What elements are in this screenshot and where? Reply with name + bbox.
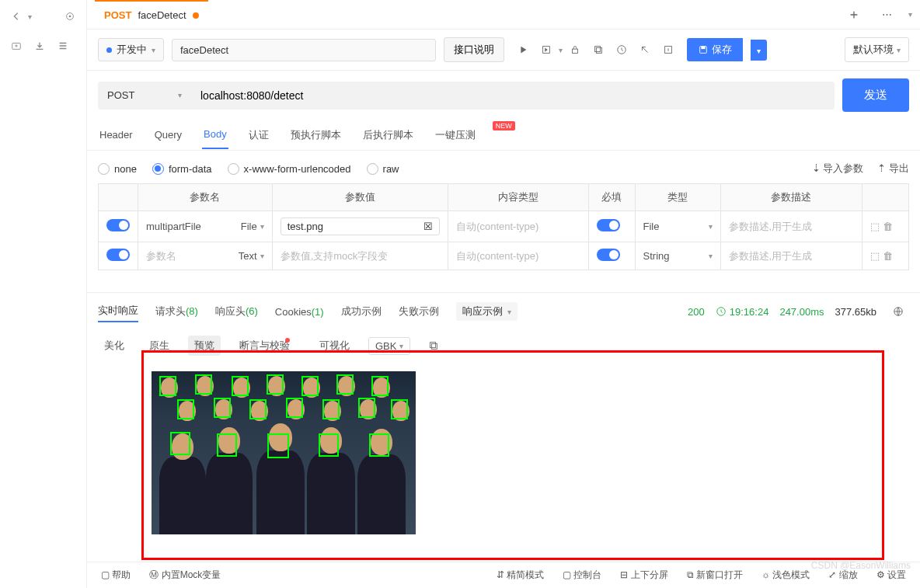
example-select[interactable]: 响应示例▾ bbox=[456, 302, 518, 321]
rail-dropdown[interactable]: ▾ bbox=[28, 12, 32, 21]
status-dot-icon bbox=[106, 47, 112, 53]
col-value: 参数值 bbox=[272, 184, 448, 211]
tab-query[interactable]: Query bbox=[153, 121, 183, 148]
svg-rect-4 bbox=[573, 49, 578, 53]
back-icon[interactable] bbox=[11, 11, 22, 22]
compact-button[interactable]: ⇵ 精简模式 bbox=[497, 569, 544, 582]
import-params-button[interactable]: ⇣ 导入参数 bbox=[812, 162, 864, 176]
svg-point-1 bbox=[69, 16, 71, 18]
radio-formdata[interactable]: form-data bbox=[152, 163, 212, 175]
export-params-button[interactable]: ⇡ 导出 bbox=[877, 162, 909, 176]
col-desc: 参数描述 bbox=[720, 184, 862, 211]
watermark: CSDN @EasonWilliams bbox=[811, 560, 911, 571]
response-size: 377.65kb bbox=[835, 306, 877, 318]
value-cell[interactable]: 参数值,支持mock字段变 bbox=[272, 242, 448, 270]
list-icon[interactable] bbox=[57, 40, 68, 51]
send-button[interactable]: 发送 bbox=[842, 78, 909, 112]
step-icon[interactable] bbox=[535, 39, 557, 61]
copy-icon[interactable] bbox=[587, 39, 609, 61]
table-row: 参数名Text▾ 参数值,支持mock字段变 自动(content-type) … bbox=[99, 242, 909, 270]
save-dropdown[interactable]: ▾ bbox=[751, 40, 767, 61]
history-icon[interactable] bbox=[611, 39, 632, 61]
export-icon[interactable] bbox=[657, 39, 679, 61]
response-preview-highlight bbox=[141, 350, 884, 560]
col-type: 类型 bbox=[635, 184, 720, 211]
radio-none[interactable]: none bbox=[98, 163, 137, 175]
resp-tab-respheaders[interactable]: 响应头(6) bbox=[215, 301, 258, 322]
more-icon[interactable]: ⋯ bbox=[876, 4, 897, 26]
lock-icon[interactable] bbox=[564, 39, 586, 61]
status-label: 开发中 bbox=[117, 43, 147, 57]
api-tab[interactable]: POST faceDetect bbox=[95, 0, 208, 29]
face-detect-result-image bbox=[152, 371, 416, 534]
tab-prescript[interactable]: 预执行脚本 bbox=[289, 120, 343, 150]
split-button[interactable]: ⊟ 上下分屏 bbox=[620, 569, 667, 582]
table-row: multipartFileFile▾ test.png☒ 自动(content-… bbox=[99, 211, 909, 242]
resp-tab-success[interactable]: 成功示例 bbox=[341, 301, 382, 322]
theme-button[interactable]: ☼ 浅色模式 bbox=[761, 569, 810, 582]
tab-postscript[interactable]: 后执行脚本 bbox=[361, 120, 415, 150]
globe-icon[interactable] bbox=[887, 301, 909, 322]
tab-body[interactable]: Body bbox=[202, 120, 228, 149]
method-select[interactable]: POST▾ bbox=[98, 82, 191, 110]
col-contenttype: 内容类型 bbox=[448, 184, 588, 211]
newwindow-button[interactable]: ⧉ 新窗口打开 bbox=[687, 569, 743, 582]
view-beautify[interactable]: 美化 bbox=[98, 336, 131, 356]
response-duration: 247.00ms bbox=[779, 306, 824, 318]
resp-tab-fail[interactable]: 失败示例 bbox=[399, 301, 439, 322]
download-icon[interactable] bbox=[34, 40, 45, 51]
resp-tab-realtime[interactable]: 实时响应 bbox=[98, 301, 138, 322]
console-button[interactable]: ▢ 控制台 bbox=[563, 569, 601, 582]
svg-rect-10 bbox=[701, 47, 705, 50]
api-name-input[interactable]: faceDetect bbox=[172, 39, 436, 61]
status-select[interactable]: 开发中 ▾ bbox=[98, 38, 164, 61]
enable-switch[interactable] bbox=[106, 249, 130, 261]
save-button[interactable]: 保存 bbox=[687, 38, 743, 61]
desc-cell[interactable]: 参数描述,用于生成 bbox=[720, 242, 862, 270]
cube-icon[interactable]: ⬚ bbox=[870, 221, 880, 232]
radio-raw[interactable]: raw bbox=[367, 163, 399, 175]
desc-cell[interactable]: 参数描述,用于生成 bbox=[720, 211, 862, 242]
svg-rect-13 bbox=[430, 343, 436, 348]
tab-method: POST bbox=[104, 9, 131, 21]
radio-urlencoded[interactable]: x-www-form-urlencoded bbox=[228, 163, 351, 175]
contenttype-cell[interactable]: 自动(content-type) bbox=[448, 211, 588, 242]
type-select[interactable]: String▾ bbox=[643, 250, 713, 262]
tab-auth[interactable]: 认证 bbox=[247, 120, 270, 150]
params-table: 参数名 参数值 内容类型 必填 类型 参数描述 multipartFileFil… bbox=[98, 183, 909, 270]
file-input[interactable]: test.png☒ bbox=[281, 217, 440, 235]
enable-switch[interactable] bbox=[106, 219, 130, 231]
tabs-dropdown[interactable]: ▾ bbox=[908, 10, 912, 19]
clear-icon[interactable]: ☒ bbox=[423, 221, 433, 232]
col-name: 参数名 bbox=[138, 184, 273, 211]
mock-button[interactable]: Ⓜ 内置Mock变量 bbox=[149, 569, 221, 582]
svg-rect-14 bbox=[432, 343, 437, 349]
tab-header[interactable]: Header bbox=[98, 121, 134, 148]
cube-icon[interactable]: ⬚ bbox=[870, 250, 880, 262]
target-icon[interactable] bbox=[64, 11, 75, 22]
contenttype-cell[interactable]: 自动(content-type) bbox=[448, 242, 588, 270]
run-icon[interactable] bbox=[512, 39, 534, 61]
url-input[interactable] bbox=[191, 82, 835, 110]
api-desc-button[interactable]: 接口说明 bbox=[444, 37, 504, 62]
delete-icon[interactable]: 🗑 bbox=[883, 250, 893, 262]
tab-name: faceDetect bbox=[138, 9, 186, 21]
tab-pressure[interactable]: 一键压测 bbox=[434, 120, 477, 150]
param-name[interactable]: multipartFile bbox=[146, 221, 201, 232]
type-select[interactable]: File▾ bbox=[643, 221, 713, 232]
env-select[interactable]: 默认环境▾ bbox=[845, 37, 909, 62]
required-switch[interactable] bbox=[597, 219, 620, 231]
help-button[interactable]: ▢ 帮助 bbox=[101, 569, 131, 582]
response-time: 19:16:24 bbox=[716, 306, 769, 318]
resp-tab-reqheaders[interactable]: 请求头(8) bbox=[155, 301, 198, 322]
param-name[interactable]: 参数名 bbox=[146, 249, 176, 263]
folder-plus-icon[interactable] bbox=[11, 40, 22, 51]
share-icon[interactable] bbox=[634, 39, 656, 61]
unsaved-dot-icon bbox=[193, 12, 199, 19]
add-tab-icon[interactable] bbox=[843, 4, 865, 26]
resp-tab-cookies[interactable]: Cookies(1) bbox=[275, 303, 324, 321]
required-switch[interactable] bbox=[597, 249, 620, 261]
col-required: 必填 bbox=[588, 184, 635, 211]
delete-icon[interactable]: 🗑 bbox=[883, 221, 893, 232]
new-badge: NEW bbox=[493, 121, 515, 130]
